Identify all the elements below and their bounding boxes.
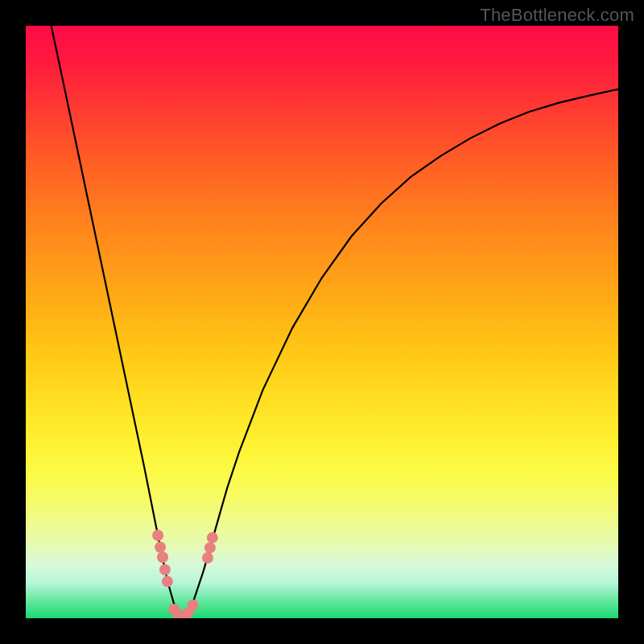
data-marker — [188, 600, 199, 611]
data-marker — [159, 564, 171, 576]
curve-svg — [26, 26, 618, 618]
data-marker — [155, 542, 166, 553]
watermark-text: TheBottleneck.com — [480, 5, 634, 26]
data-marker — [204, 542, 216, 553]
data-marker — [207, 532, 218, 543]
data-marker — [162, 576, 173, 587]
data-marker — [152, 530, 163, 541]
plot-area — [26, 26, 618, 618]
chart-frame: TheBottleneck.com — [0, 0, 644, 644]
bottleneck-curve — [52, 26, 618, 616]
markers-group — [152, 530, 218, 618]
data-marker — [202, 552, 213, 564]
data-marker — [157, 551, 168, 563]
